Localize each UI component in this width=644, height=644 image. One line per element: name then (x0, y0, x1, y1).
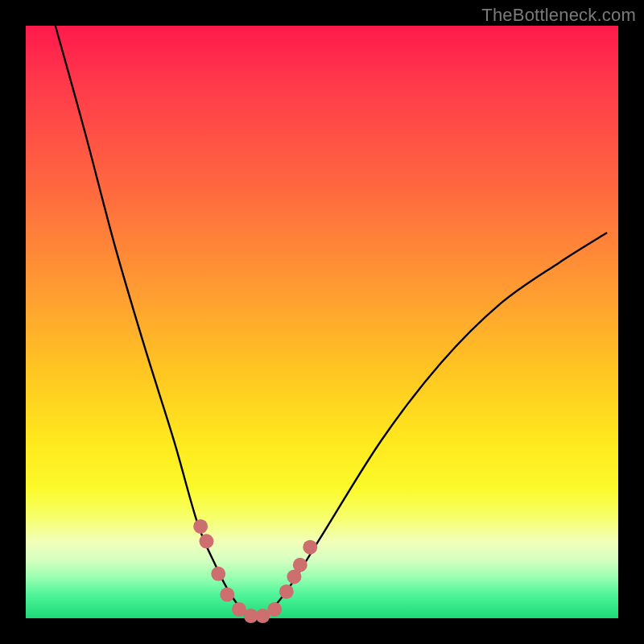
marker-group (193, 519, 317, 623)
plot-area (26, 26, 618, 618)
outer-frame: TheBottleneck.com (0, 0, 644, 644)
bottleneck-curve (56, 26, 606, 620)
marker-dot (193, 519, 208, 534)
chart-svg (26, 26, 618, 618)
marker-dot (220, 588, 234, 602)
marker-dot (303, 540, 317, 555)
watermark-text: TheBottleneck.com (481, 5, 636, 26)
marker-dot (211, 567, 225, 581)
marker-dot (279, 584, 294, 599)
marker-dot (199, 534, 213, 548)
marker-dot (267, 602, 282, 617)
marker-dot (293, 558, 308, 572)
